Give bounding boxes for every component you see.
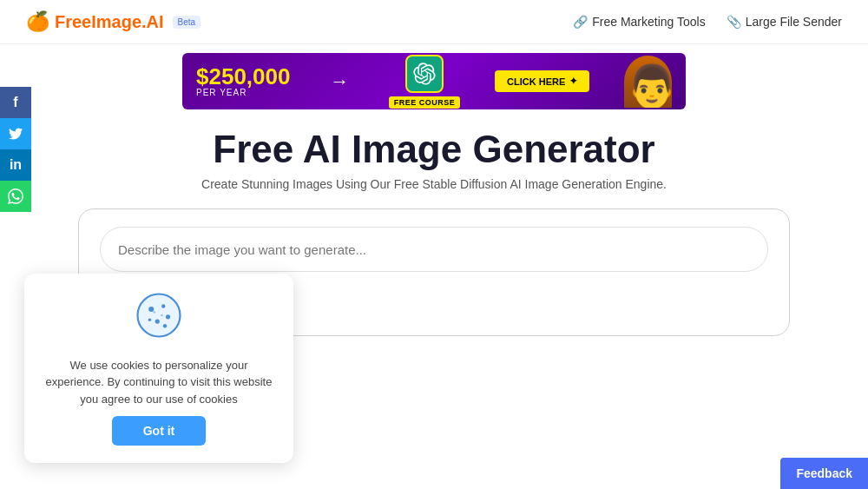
cookie-accept-button[interactable]: Got it — [112, 416, 207, 446]
svg-point-2 — [161, 304, 165, 307]
nav-large-file[interactable]: 📎 Large File Sender — [727, 15, 842, 29]
svg-point-0 — [138, 294, 181, 336]
link-icon-2: 📎 — [727, 15, 741, 29]
social-sidebar: f in — [0, 87, 31, 212]
banner-course-label: FREE COURSE — [389, 96, 461, 109]
ad-banner[interactable]: $250,000 PER YEAR → FREE COURSE CLICK HE… — [182, 53, 686, 109]
social-twitter[interactable] — [0, 118, 31, 149]
nav-free-marketing[interactable]: 🔗 Free Marketing Tools — [573, 15, 705, 29]
header: 🍊 FreeImage.AI Beta 🔗 Free Marketing Too… — [0, 0, 868, 44]
social-facebook[interactable]: f — [0, 87, 31, 118]
svg-point-3 — [166, 314, 170, 319]
svg-point-5 — [148, 318, 152, 321]
banner-left: $250,000 PER YEAR — [196, 65, 290, 97]
svg-point-8 — [161, 314, 163, 316]
banner-amount: $250,000 — [196, 65, 290, 88]
chatgpt-icon — [405, 55, 444, 93]
beta-badge: Beta — [173, 16, 201, 29]
logo-icon: 🍊 — [26, 10, 49, 33]
banner-per-year: PER YEAR — [196, 88, 290, 97]
svg-point-4 — [155, 319, 160, 323]
logo: 🍊 FreeImage.AI Beta — [26, 10, 201, 33]
cookie-consent-dialog: We use cookies to personalize your exper… — [24, 274, 293, 464]
banner-course: FREE COURSE — [389, 55, 461, 109]
banner-person-image — [624, 56, 672, 108]
link-icon: 🔗 — [573, 15, 588, 29]
banner-click-button[interactable]: CLICK HERE ✦ — [495, 70, 589, 92]
svg-point-7 — [153, 311, 155, 314]
page-subtitle: Create Stunning Images Using Our Free St… — [201, 177, 667, 191]
svg-point-1 — [148, 306, 154, 311]
banner-arrow-icon: → — [330, 70, 349, 93]
cookie-icon — [135, 291, 183, 348]
page-title: Free AI Image Generator — [213, 129, 654, 170]
social-whatsapp[interactable] — [0, 181, 31, 212]
prompt-input[interactable] — [100, 227, 768, 272]
header-nav: 🔗 Free Marketing Tools 📎 Large File Send… — [573, 15, 842, 29]
logo-text: FreeImage.AI — [55, 12, 164, 32]
svg-point-6 — [163, 324, 167, 327]
feedback-button[interactable]: Feedback — [780, 458, 868, 489]
social-linkedin[interactable]: in — [0, 149, 31, 181]
cookie-text: We use cookies to personalize your exper… — [43, 357, 274, 408]
